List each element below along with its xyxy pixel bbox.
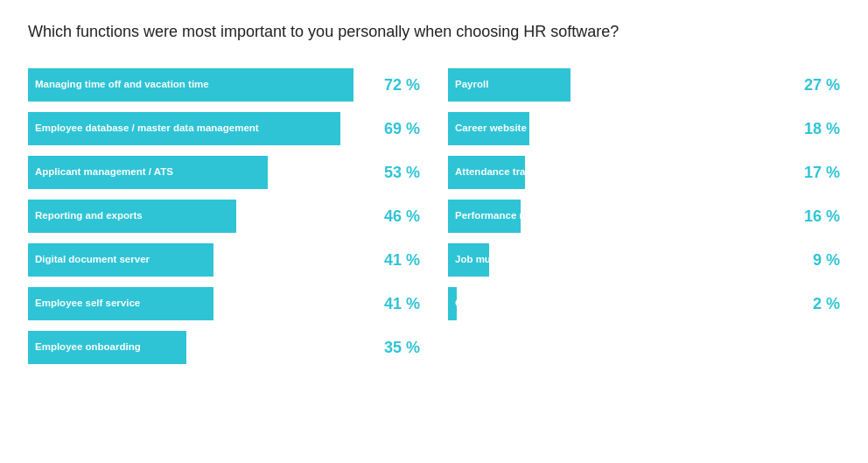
bar-label-text: Performance management [448,210,588,222]
bar-row: Employee onboarding35 % [28,330,420,365]
bar-label-group: Payroll [448,68,788,102]
bar-percent: 9 % [794,251,840,270]
bar-percent: 27 % [794,76,840,95]
bar-label-group: Managing time off and vacation time [28,68,368,102]
bar-label-group: Other [448,287,788,320]
bar-label-text: Reporting and exports [28,210,150,222]
bar-row: Job multi-posting9 % [448,242,840,277]
bar-percent: 18 % [794,120,840,138]
bar-percent: 72 % [374,76,420,95]
chart-container: Managing time off and vacation time72 %E… [28,67,840,365]
bar-label-group: Job multi-posting [448,243,788,277]
bar-label-text: Job multi-posting [448,254,546,266]
bar-row: Applicant management / ATS53 % [28,155,420,190]
bar-row: Attendance tracking17 % [448,155,840,190]
bar-label-text: Managing time off and vacation time [28,79,216,91]
bar-row: Other2 % [448,286,840,321]
bar-percent: 35 % [374,339,420,357]
bar-row: Career website18 % [448,111,840,146]
bar-percent: 41 % [374,295,420,313]
bar-label-text: Employee onboarding [28,341,148,354]
bar-label-group: Career website [448,112,788,145]
bar-row: Payroll27 % [448,67,840,102]
bar-label-text: Digital document server [28,254,157,266]
bar-label-text: Career website [448,123,534,135]
bar-percent: 16 % [794,207,840,226]
bar-label-text: Payroll [448,79,495,91]
bar-label-group: Applicant management / ATS [28,156,368,189]
right-column: Payroll27 %Career website18 %Attendance … [448,67,840,365]
bar-row: Employee database / master data manageme… [28,111,420,146]
bar-label-group: Employee database / master data manageme… [28,112,368,145]
bar-percent: 2 % [794,295,840,313]
left-column: Managing time off and vacation time72 %E… [28,67,420,365]
bar-label-group: Employee onboarding [28,331,368,364]
bar-percent: 53 % [374,164,420,182]
bar-row: Digital document server41 % [28,242,420,277]
bar-label-group: Performance management [448,200,788,233]
bar-label-group: Digital document server [28,243,368,277]
bar-label-text: Applicant management / ATS [28,166,180,179]
bar-row: Employee self service41 % [28,286,420,321]
bar-label-group: Attendance tracking [448,156,788,189]
bar-percent: 46 % [374,207,420,226]
bar-label-text: Other [448,298,489,310]
bar-row: Reporting and exports46 % [28,199,420,234]
bar-label-text: Employee self service [28,298,147,310]
bar-label-text: Employee database / master data manageme… [28,123,266,135]
bar-percent: 69 % [374,120,420,138]
bar-percent: 17 % [794,164,840,182]
bar-label-text: Attendance tracking [448,166,559,179]
chart-title: Which functions were most important to y… [28,21,840,43]
bar-row: Managing time off and vacation time72 % [28,67,420,102]
bar-percent: 41 % [374,251,420,270]
bar-label-group: Reporting and exports [28,200,368,233]
bar-label-group: Employee self service [28,287,368,320]
bar-row: Performance management16 % [448,199,840,234]
